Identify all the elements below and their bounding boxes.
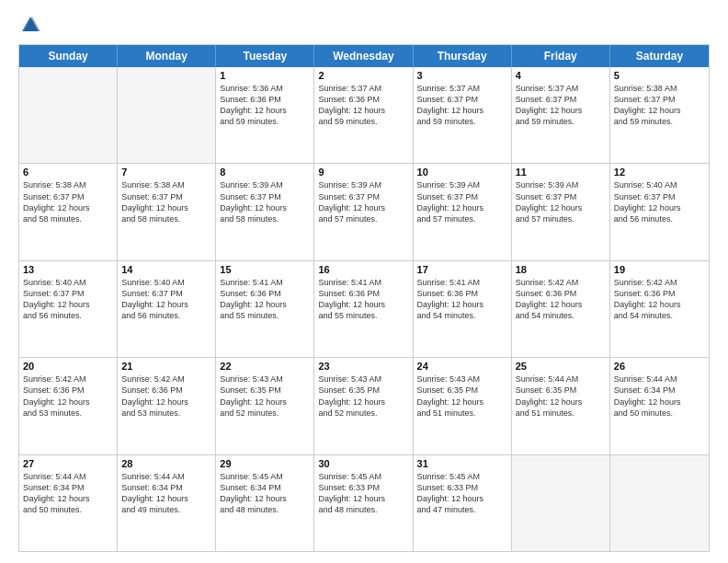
cell-line-2: Daylight: 12 hours — [23, 299, 113, 310]
day-number: 27 — [23, 458, 113, 469]
cell-line-0: Sunrise: 5:36 AM — [220, 83, 310, 94]
cal-cell-day-26: 26Sunrise: 5:44 AMSunset: 6:34 PMDayligh… — [610, 358, 709, 454]
cell-line-3: and 58 minutes. — [23, 213, 113, 224]
cal-cell-day-19: 19Sunrise: 5:42 AMSunset: 6:36 PMDayligh… — [610, 261, 709, 357]
cell-line-2: Daylight: 12 hours — [318, 396, 408, 408]
cell-line-0: Sunrise: 5:39 AM — [220, 179, 310, 190]
cell-line-3: and 47 minutes. — [417, 504, 507, 515]
day-number: 25 — [516, 361, 606, 372]
day-number: 13 — [23, 264, 113, 275]
day-number: 9 — [318, 167, 408, 178]
cell-line-1: Sunset: 6:36 PM — [614, 288, 705, 299]
cell-line-1: Sunset: 6:37 PM — [23, 191, 113, 202]
cell-line-0: Sunrise: 5:42 AM — [516, 277, 606, 288]
header — [18, 15, 710, 35]
page: SundayMondayTuesdayWednesdayThursdayFrid… — [0, 0, 728, 563]
day-number: 1 — [220, 70, 310, 81]
cal-cell-day-28: 28Sunrise: 5:44 AMSunset: 6:34 PMDayligh… — [118, 455, 216, 551]
day-number: 21 — [121, 361, 211, 372]
cal-cell-day-29: 29Sunrise: 5:45 AMSunset: 6:34 PMDayligh… — [216, 455, 314, 551]
cal-cell-day-2: 2Sunrise: 5:37 AMSunset: 6:36 PMDaylight… — [314, 67, 413, 163]
cell-line-3: and 56 minutes. — [614, 213, 705, 224]
cell-line-3: and 52 minutes. — [220, 408, 310, 419]
cell-line-0: Sunrise: 5:45 AM — [417, 471, 507, 482]
cell-line-3: and 59 minutes. — [614, 116, 705, 127]
cell-line-3: and 53 minutes. — [121, 408, 211, 419]
cal-header-saturday: Saturday — [610, 45, 709, 67]
cal-cell-empty — [610, 455, 709, 551]
cell-line-1: Sunset: 6:37 PM — [614, 94, 705, 105]
cell-line-3: and 54 minutes. — [417, 310, 507, 321]
cell-line-0: Sunrise: 5:43 AM — [318, 373, 408, 385]
cell-line-2: Daylight: 12 hours — [614, 396, 705, 408]
cell-line-3: and 57 minutes. — [417, 213, 507, 224]
cal-cell-day-10: 10Sunrise: 5:39 AMSunset: 6:37 PMDayligh… — [414, 164, 512, 259]
cell-line-0: Sunrise: 5:44 AM — [23, 471, 113, 482]
day-number: 14 — [121, 264, 211, 275]
cell-line-2: Daylight: 12 hours — [614, 202, 705, 213]
cell-line-0: Sunrise: 5:37 AM — [318, 83, 408, 94]
cell-line-2: Daylight: 12 hours — [23, 396, 113, 408]
day-number: 4 — [516, 70, 606, 81]
cell-line-2: Daylight: 12 hours — [417, 202, 507, 213]
cal-cell-empty — [118, 67, 216, 163]
cal-cell-day-23: 23Sunrise: 5:43 AMSunset: 6:35 PMDayligh… — [314, 358, 413, 454]
cell-line-3: and 50 minutes. — [614, 408, 705, 419]
cell-line-1: Sunset: 6:37 PM — [516, 191, 606, 202]
cell-line-1: Sunset: 6:37 PM — [417, 94, 507, 105]
cell-line-0: Sunrise: 5:42 AM — [23, 373, 113, 385]
calendar: SundayMondayTuesdayWednesdayThursdayFrid… — [18, 44, 710, 552]
cell-line-1: Sunset: 6:36 PM — [220, 94, 310, 105]
cell-line-2: Daylight: 12 hours — [220, 493, 310, 504]
cell-line-3: and 55 minutes. — [318, 310, 408, 321]
cell-line-0: Sunrise: 5:37 AM — [417, 83, 507, 94]
cal-row-3: 20Sunrise: 5:42 AMSunset: 6:36 PMDayligh… — [19, 358, 709, 454]
calendar-header-row: SundayMondayTuesdayWednesdayThursdayFrid… — [19, 45, 709, 67]
cell-line-1: Sunset: 6:37 PM — [121, 191, 211, 202]
cell-line-1: Sunset: 6:37 PM — [220, 191, 310, 202]
day-number: 16 — [318, 264, 408, 275]
day-number: 19 — [614, 264, 705, 275]
cal-cell-day-5: 5Sunrise: 5:38 AMSunset: 6:37 PMDaylight… — [610, 67, 709, 163]
day-number: 2 — [318, 70, 408, 81]
day-number: 31 — [417, 458, 507, 469]
cell-line-0: Sunrise: 5:43 AM — [220, 373, 310, 385]
cell-line-0: Sunrise: 5:39 AM — [516, 179, 606, 190]
cell-line-1: Sunset: 6:36 PM — [220, 288, 310, 299]
cell-line-3: and 59 minutes. — [417, 116, 507, 127]
cal-header-tuesday: Tuesday — [216, 45, 314, 67]
cell-line-0: Sunrise: 5:41 AM — [220, 277, 310, 288]
cell-line-2: Daylight: 12 hours — [417, 105, 507, 116]
cal-cell-day-6: 6Sunrise: 5:38 AMSunset: 6:37 PMDaylight… — [19, 164, 118, 259]
cell-line-0: Sunrise: 5:40 AM — [121, 277, 211, 288]
cell-line-1: Sunset: 6:37 PM — [516, 94, 606, 105]
cell-line-0: Sunrise: 5:45 AM — [220, 471, 310, 482]
cell-line-2: Daylight: 12 hours — [318, 202, 408, 213]
cell-line-2: Daylight: 12 hours — [23, 493, 113, 504]
cal-cell-day-17: 17Sunrise: 5:41 AMSunset: 6:36 PMDayligh… — [414, 261, 512, 357]
cell-line-0: Sunrise: 5:41 AM — [417, 277, 507, 288]
cell-line-2: Daylight: 12 hours — [318, 105, 408, 116]
cell-line-1: Sunset: 6:36 PM — [121, 385, 211, 396]
logo — [18, 15, 40, 35]
cell-line-3: and 55 minutes. — [220, 310, 310, 321]
cal-header-monday: Monday — [118, 45, 216, 67]
cell-line-0: Sunrise: 5:44 AM — [614, 373, 705, 385]
cell-line-3: and 54 minutes. — [614, 310, 705, 321]
cell-line-0: Sunrise: 5:44 AM — [516, 373, 606, 385]
cal-cell-day-1: 1Sunrise: 5:36 AMSunset: 6:36 PMDaylight… — [216, 67, 314, 163]
cell-line-0: Sunrise: 5:42 AM — [614, 277, 705, 288]
cell-line-3: and 58 minutes. — [121, 213, 211, 224]
cal-row-2: 13Sunrise: 5:40 AMSunset: 6:37 PMDayligh… — [19, 261, 709, 358]
cal-cell-day-16: 16Sunrise: 5:41 AMSunset: 6:36 PMDayligh… — [314, 261, 413, 357]
day-number: 5 — [614, 70, 705, 81]
cal-cell-day-15: 15Sunrise: 5:41 AMSunset: 6:36 PMDayligh… — [216, 261, 314, 357]
cal-cell-day-13: 13Sunrise: 5:40 AMSunset: 6:37 PMDayligh… — [19, 261, 118, 357]
cell-line-0: Sunrise: 5:44 AM — [121, 471, 211, 482]
cal-cell-day-12: 12Sunrise: 5:40 AMSunset: 6:37 PMDayligh… — [610, 164, 709, 259]
cal-header-thursday: Thursday — [414, 45, 512, 67]
day-number: 7 — [121, 167, 211, 178]
cell-line-2: Daylight: 12 hours — [121, 202, 211, 213]
day-number: 22 — [220, 361, 310, 372]
cal-cell-day-3: 3Sunrise: 5:37 AMSunset: 6:37 PMDaylight… — [414, 67, 512, 163]
